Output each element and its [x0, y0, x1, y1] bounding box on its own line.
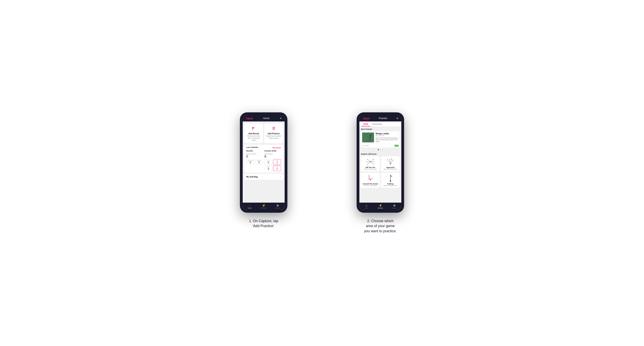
- dot-1[interactable]: [378, 149, 379, 150]
- activities-label-1: Activities: [261, 207, 266, 209]
- star-icon[interactable]: ☆: [397, 133, 398, 135]
- dot-3[interactable]: [382, 149, 383, 150]
- nav-capture-1[interactable]: ⊕ Capture: [270, 203, 284, 210]
- rounds-capture-value: 0: [246, 155, 263, 158]
- page-container: clippd Home ≡: [213, 112, 431, 234]
- ott-icon-svg: [366, 158, 376, 166]
- view-activity-link[interactable]: View Activity: [272, 147, 281, 148]
- golf-bag-row[interactable]: My Golf Bag ›: [244, 174, 283, 180]
- golfer-silhouette-svg: [362, 133, 374, 142]
- svg-point-32: [369, 175, 370, 176]
- add-round-subtitle: Record your shots fast or enhanced mode: [246, 135, 262, 141]
- ott-desc: Power and accuracy: [364, 169, 376, 170]
- add-round-card[interactable]: Add Round Record your shots fast or enha…: [244, 123, 263, 143]
- home-label-1: Home: [248, 207, 252, 209]
- drills-capture-label: Drills Capture: [264, 153, 281, 155]
- skill-card-approach[interactable]: Approach Dial-in to hit the green: [381, 156, 400, 172]
- tournament-box: Tournament 0: [246, 159, 254, 165]
- putt-box: PUTT 4: [273, 166, 281, 171]
- stats-columns: Rounds Rounds Capture 0 Tournament 0: [246, 150, 281, 171]
- phone-1-header: clippd Home ≡: [243, 115, 284, 122]
- phone-2: clippd Practice ≡ Drills Favourites Most…: [356, 112, 404, 213]
- featured-drill-info: Wedge Ladder ☆ 50–100 yds Play 1 shot at…: [376, 133, 398, 142]
- skill-card-ott[interactable]: Off The Tee Power and accuracy: [361, 156, 380, 172]
- tab-favourites[interactable]: Favourites: [370, 122, 384, 126]
- activities-label-2: Activities: [378, 207, 383, 209]
- featured-card-footer: ⏱ 9 shots APP: [361, 144, 400, 148]
- arg-box: ARG 0: [264, 166, 272, 171]
- hamburger-menu-1[interactable]: ≡: [280, 117, 282, 120]
- clippd-logo-2: clippd: [362, 117, 370, 120]
- phone-2-screen: clippd Practice ≡ Drills Favourites Most…: [360, 115, 401, 210]
- approach-desc: Dial-in to hit the green: [384, 169, 397, 170]
- svg-point-34: [368, 179, 369, 179]
- nav-home-1[interactable]: ⌂ Home: [243, 203, 257, 210]
- ott-name: Off The Tee: [366, 167, 375, 169]
- arg-value: 0: [266, 168, 271, 170]
- nav-capture-2[interactable]: ⊕ Capture: [387, 203, 401, 210]
- rounds-sub-grid: Tournament 0 Practice 0: [246, 159, 263, 165]
- drills-title: Practice Drills: [264, 150, 281, 153]
- explore-title: Explore skill areas: [361, 153, 400, 155]
- app-value: 4: [274, 161, 280, 164]
- rounds-capture-label: Rounds Capture: [246, 153, 263, 155]
- clock-icon: ⏱: [362, 145, 364, 147]
- phone-1-section: clippd Home ≡: [213, 112, 314, 228]
- ott-box: OTT 0: [264, 159, 272, 165]
- svg-point-25: [373, 164, 374, 165]
- ott-icon-area: [366, 158, 376, 166]
- chevron-right-icon: ›: [280, 175, 281, 178]
- nav-activities-2[interactable]: ⚡ Activities: [374, 203, 388, 210]
- stats-header: Last 3 Months View Activity: [246, 146, 281, 148]
- svg-line-14: [368, 159, 370, 162]
- phone-2-header: clippd Practice ≡: [360, 115, 401, 122]
- most-popular-section: Most Popular: [360, 127, 401, 152]
- nav-activities-1[interactable]: ⚡ Activities: [257, 203, 271, 210]
- atg-icon-svg: [366, 174, 376, 182]
- featured-drill-card[interactable]: Wedge Ladder ☆ 50–100 yds Play 1 shot at…: [361, 131, 400, 147]
- carousel-dots: [361, 148, 400, 151]
- skill-grid: Off The Tee Power and accuracy: [361, 156, 400, 188]
- hamburger-menu-2[interactable]: ≡: [396, 117, 398, 120]
- atg-name: Around The Green: [362, 183, 378, 185]
- svg-line-18: [368, 162, 370, 164]
- phone-2-section: clippd Practice ≡ Drills Favourites Most…: [330, 112, 431, 234]
- add-practice-title: Add Practice: [268, 133, 280, 135]
- svg-point-22: [366, 161, 367, 162]
- svg-point-30: [392, 160, 394, 161]
- putting-icon-area: [386, 174, 396, 182]
- svg-point-36: [390, 180, 391, 182]
- phone-2-content: Most Popular: [360, 127, 401, 203]
- atg-icon-area: [366, 174, 376, 182]
- add-practice-card[interactable]: Add Practice Capture your practice off-t…: [264, 123, 283, 143]
- putt-value: 4: [274, 168, 280, 170]
- approach-icon-svg: [386, 158, 396, 166]
- tab-drills[interactable]: Drills: [361, 122, 370, 126]
- svg-point-7: [370, 135, 371, 136]
- caption-2: 2. Choose which area of your game you wa…: [364, 219, 396, 234]
- phone-2-bottom-nav: ⌂ Home ⚡ Activities ⊕ Capture: [360, 203, 401, 210]
- featured-drill-image: [362, 133, 374, 142]
- clippd-logo-1: clippd: [246, 117, 253, 120]
- atg-desc: Hone your short game: [364, 185, 377, 186]
- most-popular-title: Most Popular: [361, 128, 400, 130]
- shots-count: 9 shots: [364, 145, 369, 146]
- svg-rect-1: [273, 127, 275, 130]
- featured-drill-title: Wedge Ladder: [376, 133, 389, 135]
- activities-icon-2: ⚡: [379, 204, 382, 207]
- flag-icon: [250, 125, 257, 132]
- skill-card-atg[interactable]: Around The Green Hone your short game: [361, 173, 380, 188]
- putting-name: Putting: [387, 183, 394, 185]
- home-icon-1: ⌂: [249, 204, 250, 207]
- add-practice-subtitle: Capture your practice off-the-course: [266, 135, 282, 139]
- stats-period: Last 3 Months: [246, 146, 258, 148]
- featured-drill-desc: Play 1 shot at each target yardage. If y…: [376, 137, 398, 142]
- dot-2[interactable]: [380, 149, 381, 150]
- golf-image-bg: [362, 133, 374, 142]
- svg-point-6: [365, 141, 371, 142]
- nav-home-2[interactable]: ⌂ Home: [360, 203, 374, 210]
- svg-point-29: [391, 159, 392, 159]
- svg-point-20: [367, 159, 368, 160]
- skill-card-putting[interactable]: Putting Make and lag practice: [381, 173, 400, 188]
- phone-1-title: Home: [263, 117, 270, 120]
